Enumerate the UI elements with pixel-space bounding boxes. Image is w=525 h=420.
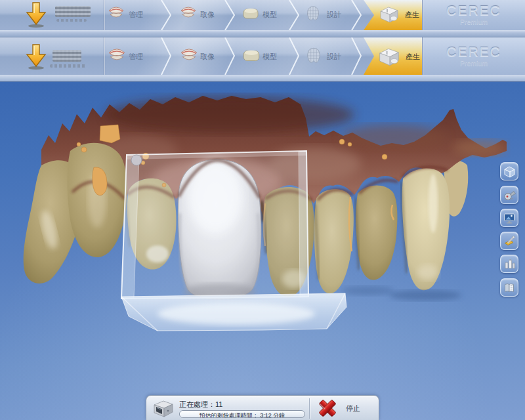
progress-bar: 預估的剩餘處理時間： 3:12 分鐘 xyxy=(179,410,305,418)
stop-button[interactable]: 停止 xyxy=(316,398,376,419)
tool-preview-monitor-button[interactable] xyxy=(500,209,518,227)
milling-unit-icon xyxy=(151,398,176,418)
teeth-shadow-mid xyxy=(341,286,394,295)
start-arrow-icon[interactable] xyxy=(22,43,51,70)
model-block-icon xyxy=(241,46,262,67)
red-x-icon xyxy=(316,398,339,419)
patient-subtext-censored xyxy=(56,19,87,22)
tooth-mesh-icon xyxy=(303,5,323,25)
workflow-toolbar-bottom: 管理 取像 模型 設計 產生 CEREC Premium xyxy=(0,37,525,75)
workflow-toolbar-top: 管理 取像 模型 設計 產生 CEREC Premium xyxy=(0,0,525,31)
tooth-mid-1 xyxy=(314,189,354,293)
patient-name-censored xyxy=(55,6,91,17)
tool-materials-button[interactable] xyxy=(500,255,518,273)
milling-machine-icon xyxy=(377,46,402,70)
step-administration[interactable]: 管理 xyxy=(129,10,143,20)
step-produce-label: 產生 xyxy=(405,10,419,20)
toolbar-divider xyxy=(104,37,104,75)
patient-name-censored xyxy=(52,50,81,62)
step-produce-label: 產生 xyxy=(406,52,420,62)
step-model[interactable]: 模型 xyxy=(262,10,277,20)
catalog-book-icon xyxy=(503,281,516,295)
brand-edition: Premium xyxy=(423,18,525,26)
remaining-time-text: 預估的剩餘處理時間： 3:12 分鐘 xyxy=(180,411,304,418)
bur-tool-icon xyxy=(503,234,516,248)
dental-arch-icon xyxy=(107,5,125,24)
dental-arch-icon xyxy=(179,46,199,68)
step-produce-active[interactable]: 產生 xyxy=(364,37,422,75)
dental-arch-icon xyxy=(107,46,127,68)
scanner-device-icon xyxy=(503,188,516,202)
step-acquisition[interactable]: 取像 xyxy=(200,10,215,20)
chevron-separator-icon xyxy=(288,0,301,30)
processing-status-text: 正在處理：11 xyxy=(179,400,222,410)
toolbar-divider xyxy=(104,0,104,30)
tooth-mid-2 xyxy=(356,186,397,280)
dental-arch-icon xyxy=(179,5,198,24)
3d-viewport[interactable] xyxy=(0,82,525,420)
tool-scanner-button[interactable] xyxy=(500,186,518,204)
step-design[interactable]: 設計 xyxy=(327,52,341,62)
window-separator-strip xyxy=(0,30,525,37)
milling-status-panel: 正在處理：11 預估的剩餘處理時間： 3:12 分鐘 停止 xyxy=(146,395,379,420)
tool-block-view-button[interactable] xyxy=(500,162,518,180)
chevron-separator-icon xyxy=(288,37,301,75)
brand-panel: CEREC Premium xyxy=(422,0,525,30)
materials-icon xyxy=(503,257,516,271)
milling-block-frame[interactable] xyxy=(121,151,308,299)
viewport-top-edge xyxy=(0,75,525,82)
brand-panel: CEREC Premium xyxy=(422,37,525,75)
start-arrow-icon[interactable] xyxy=(22,1,51,28)
step-acquisition[interactable]: 取像 xyxy=(200,52,215,62)
jaw-scan-scene[interactable] xyxy=(0,82,525,420)
brand-name: CEREC xyxy=(423,3,525,17)
chevron-separator-icon xyxy=(350,37,364,75)
chevron-separator-icon xyxy=(160,37,173,75)
brand-name: CEREC xyxy=(423,45,525,58)
chevron-separator-icon xyxy=(350,0,364,30)
stop-label: 停止 xyxy=(346,404,360,413)
chevron-separator-icon xyxy=(160,0,173,30)
tool-catalog-button[interactable] xyxy=(500,278,518,297)
tooth-mesh-icon xyxy=(303,46,324,68)
step-model[interactable]: 模型 xyxy=(262,52,277,62)
patient-subtext-censored xyxy=(50,64,87,68)
tool-bur-button[interactable] xyxy=(500,232,518,250)
block-cube-icon xyxy=(503,165,516,178)
step-produce-active[interactable]: 產生 xyxy=(364,0,422,30)
chevron-separator-icon xyxy=(224,0,237,30)
step-design[interactable]: 設計 xyxy=(327,10,341,20)
milling-block-base xyxy=(121,293,346,331)
cerec-application-window: 管理 取像 模型 設計 產生 CEREC Premium xyxy=(0,0,525,420)
milling-machine-icon xyxy=(378,5,400,27)
preview-monitor-icon xyxy=(503,211,516,225)
status-divider xyxy=(309,398,310,419)
chevron-separator-icon xyxy=(224,37,237,75)
brand-edition: Premium xyxy=(423,60,525,67)
sprue-point xyxy=(131,155,142,165)
teeth-shadow-right xyxy=(389,290,461,301)
step-administration[interactable]: 管理 xyxy=(129,52,143,62)
model-block-icon xyxy=(241,5,261,24)
